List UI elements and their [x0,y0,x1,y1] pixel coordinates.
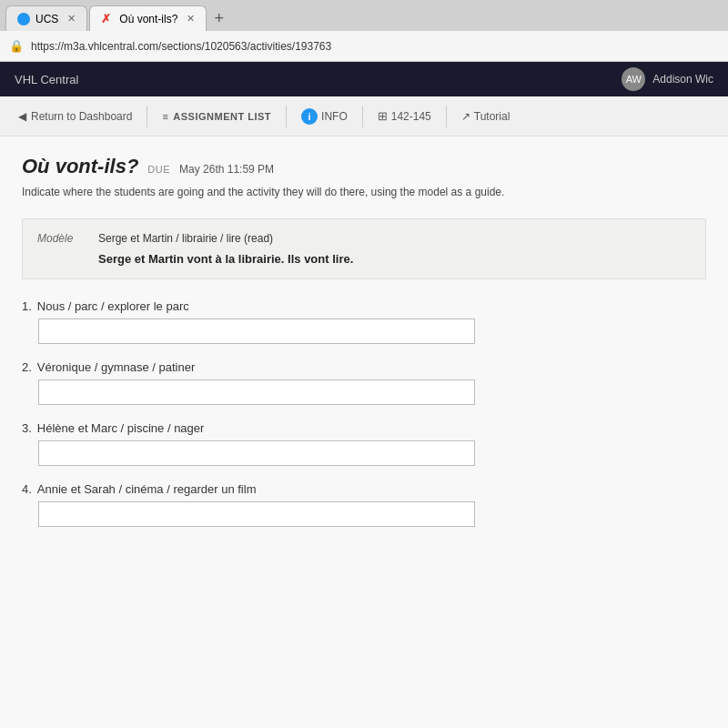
question-2-label: 2. Véronique / gymnase / patiner [22,360,706,374]
info-label: INFO [321,110,348,123]
question-3: 3. Hélène et Marc / piscine / nager [22,421,706,466]
question-1-input[interactable] [38,318,475,344]
info-button[interactable]: i INFO [292,104,357,129]
new-tab-button[interactable]: + [208,5,229,31]
assignment-list-label: ASSIGNMENT LIST [173,111,271,122]
question-2-text: Véronique / gymnase / patiner [37,360,195,374]
nav-divider-4 [446,106,447,127]
vont-icon: ✗ [101,13,114,25]
model-box: Modèle Serge et Martin / librairie / lir… [22,218,706,279]
question-3-label: 3. Hélène et Marc / piscine / nager [22,421,706,435]
list-icon: ≡ [162,111,168,122]
question-2-num: 2. [22,360,32,374]
pages-icon: ⊞ [378,109,388,123]
question-1: 1. Nous / parc / explorer le parc [22,299,706,344]
question-4-num: 4. [22,482,32,496]
lock-icon: 🔒 [9,39,24,53]
nav-divider-2 [286,106,287,127]
pages-label: 142-145 [391,110,431,123]
user-name: Addison Wic [652,73,713,86]
activity-title-row: Où vont-ils? DUE May 26th 11:59 PM [22,155,706,178]
assignment-list-button[interactable]: ≡ ASSIGNMENT LIST [153,106,280,127]
url-text: https://m3a.vhlcentral.com/sections/1020… [31,40,331,53]
tutorial-label: Tutorial [474,110,511,123]
question-2: 2. Véronique / gymnase / patiner [22,360,706,405]
question-3-input[interactable] [38,440,475,466]
activity-title: Où vont-ils? [22,155,138,178]
user-info: AW Addison Wic [622,67,713,91]
question-1-label: 1. Nous / parc / explorer le parc [22,299,706,313]
questions-list: 1. Nous / parc / explorer le parc 2. Vér… [22,299,706,527]
model-prompt-row: Modèle Serge et Martin / librairie / lir… [37,232,691,245]
question-1-text: Nous / parc / explorer le parc [37,299,189,313]
app-header: VHL Central AW Addison Wic [0,62,728,96]
question-1-num: 1. [22,299,32,313]
activity-description: Indicate where the students are going an… [22,184,706,200]
question-4-text: Annie et Sarah / cinéma / regarder un fi… [37,482,257,496]
question-2-input[interactable] [38,379,475,405]
nav-divider-3 [362,106,363,127]
user-avatar: AW [622,67,645,91]
nav-divider-1 [147,106,147,127]
ucs-icon [17,13,30,25]
model-prompt: Serge et Martin / librairie / lire (read… [98,232,273,245]
pages-button[interactable]: ⊞ 142-145 [369,105,440,127]
due-label: DUE [147,164,170,175]
return-to-dashboard-button[interactable]: ◀ Return to Dashboard [9,105,141,128]
question-3-text: Hélène et Marc / piscine / nager [37,421,205,435]
question-4-input[interactable] [38,501,475,527]
model-label: Modèle [37,232,87,245]
main-content: Où vont-ils? DUE May 26th 11:59 PM Indic… [0,136,728,728]
nav-bar: ◀ Return to Dashboard ≡ ASSIGNMENT LIST … [0,96,728,136]
info-icon: i [301,108,318,125]
app-title: VHL Central [15,73,78,86]
tab-vont-close[interactable]: ✕ [187,13,195,25]
question-4-label: 4. Annie et Sarah / cinéma / regarder un… [22,482,706,496]
browser-tabs: UCS ✕ ✗ Où vont-ils? ✕ + [0,0,728,31]
arrow-left-icon: ◀ [18,110,26,123]
model-answer: Serge et Martin vont à la librairie. Ils… [98,252,691,266]
return-label: Return to Dashboard [31,110,132,123]
question-4: 4. Annie et Sarah / cinéma / regarder un… [22,482,706,527]
tab-ucs[interactable]: UCS ✕ [5,5,87,31]
tab-ucs-label: UCS [35,13,58,25]
tutorial-button[interactable]: ↗ Tutorial [452,106,520,127]
question-3-num: 3. [22,421,32,435]
tab-ucs-close[interactable]: ✕ [67,13,76,25]
tutorial-icon: ↗ [461,110,470,123]
address-bar: 🔒 https://m3a.vhlcentral.com/sections/10… [0,31,728,62]
due-date: May 26th 11:59 PM [179,163,274,176]
tab-vont-label: Où vont-ils? [119,13,177,25]
tab-vont[interactable]: ✗ Où vont-ils? ✕ [89,5,207,31]
